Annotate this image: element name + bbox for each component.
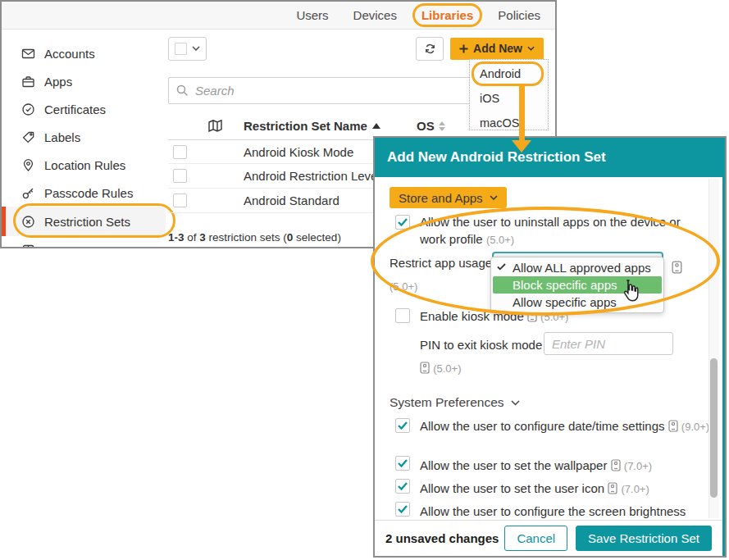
chevron-down-icon bbox=[511, 400, 520, 406]
refresh-icon bbox=[424, 43, 436, 55]
menu-item-macos[interactable]: macOS bbox=[470, 114, 548, 132]
save-restriction-set-button[interactable]: Save Restriction Set bbox=[576, 526, 712, 551]
device-icon bbox=[608, 482, 617, 494]
restrict-app-usage-options: Allow ALL approved apps Block specific a… bbox=[490, 257, 664, 313]
modal-edge-accent bbox=[722, 138, 725, 556]
row-checkbox[interactable] bbox=[173, 145, 187, 159]
row-checkbox[interactable] bbox=[173, 193, 187, 207]
list-toolbar: Add New bbox=[168, 36, 544, 61]
checkmark-icon bbox=[398, 505, 408, 513]
active-item-indicator bbox=[2, 207, 6, 236]
nav-policies[interactable]: Policies bbox=[498, 8, 540, 22]
brightness-label: Allow the user to configure the screen b… bbox=[420, 503, 712, 520]
search-icon bbox=[176, 84, 189, 97]
tag-icon bbox=[21, 130, 35, 144]
pin-exit-kiosk-label: PIN to exit kiosk mode bbox=[420, 338, 542, 352]
uninstall-apps-label: Allow the user to uninstall apps on the … bbox=[420, 213, 705, 248]
wallpaper-checkbox[interactable] bbox=[395, 456, 410, 471]
brightness-checkbox[interactable] bbox=[395, 502, 410, 517]
option-allow-specific[interactable]: Allow specific apps bbox=[493, 294, 662, 311]
chevron-down-icon bbox=[490, 195, 498, 200]
os-version-note: (7.0+) bbox=[624, 460, 652, 472]
select-all-dropdown[interactable] bbox=[168, 37, 207, 61]
nav-libraries[interactable]: Libraries bbox=[421, 8, 473, 22]
checkmark-icon bbox=[398, 482, 408, 490]
pagination-summary: 1-3 of 3 restriction sets (0 selected) bbox=[168, 231, 341, 244]
menu-item-ios[interactable]: iOS bbox=[470, 89, 548, 107]
modal-title-bar: Add New Android Restriction Set bbox=[375, 138, 725, 177]
os-version-note: (5.0+) bbox=[390, 280, 417, 293]
device-icon bbox=[611, 459, 621, 471]
system-preferences-section[interactable]: System Preferences bbox=[390, 395, 520, 410]
sidebar: Accounts Apps Certificates Labels Locati… bbox=[2, 30, 166, 247]
clipped-item-icon bbox=[21, 244, 35, 249]
device-icon bbox=[420, 362, 430, 374]
add-new-button[interactable]: Add New bbox=[450, 38, 544, 60]
sort-ascending-icon bbox=[372, 123, 380, 129]
sidebar-item-accounts[interactable]: Accounts bbox=[2, 39, 166, 67]
pin-input[interactable] bbox=[544, 332, 673, 355]
plus-icon bbox=[459, 44, 468, 53]
chevron-down-icon bbox=[527, 46, 535, 51]
sidebar-item-location-rules[interactable]: Location Rules bbox=[2, 151, 166, 179]
chevron-down-icon bbox=[192, 46, 200, 51]
datetime-checkbox[interactable] bbox=[395, 418, 410, 433]
nav-devices[interactable]: Devices bbox=[353, 8, 397, 22]
wallpaper-label: Allow the user to set the wallpaper (7.0… bbox=[420, 457, 712, 475]
top-navigation: Users Devices Libraries Policies bbox=[2, 2, 555, 30]
apps-box-icon bbox=[21, 75, 35, 89]
screenshot-stage: Users Devices Libraries Policies Account… bbox=[0, 0, 729, 560]
envelope-icon bbox=[21, 47, 35, 61]
os-version-note: (5.0+) bbox=[486, 234, 514, 246]
location-pin-icon bbox=[21, 158, 35, 172]
sidebar-item-passcode-rules[interactable]: Passcode Rules bbox=[2, 179, 166, 207]
column-header-os[interactable]: OS bbox=[417, 119, 445, 133]
sort-icon bbox=[439, 121, 445, 131]
checkmark-icon bbox=[398, 459, 408, 467]
refresh-button[interactable] bbox=[416, 37, 444, 61]
row-checkbox[interactable] bbox=[173, 169, 187, 183]
add-restriction-modal: Add New Android Restriction Set Store an… bbox=[373, 136, 727, 558]
checkmark-icon bbox=[398, 421, 408, 430]
os-version-note: (7.0+) bbox=[621, 483, 649, 495]
selected-check-icon bbox=[497, 263, 506, 271]
sidebar-item-partial[interactable] bbox=[2, 236, 166, 248]
sidebar-item-apps[interactable]: Apps bbox=[2, 67, 166, 95]
modal-body: Store and Apps Allow the user to uninsta… bbox=[375, 177, 722, 520]
restrict-app-usage-label: Restrict app usage bbox=[390, 256, 492, 270]
option-block-specific[interactable]: Block specific apps bbox=[493, 276, 662, 294]
uninstall-apps-checkbox[interactable] bbox=[395, 215, 410, 230]
nav-users[interactable]: Users bbox=[296, 8, 328, 22]
restriction-circle-icon bbox=[21, 215, 35, 229]
certificate-seal-icon bbox=[21, 102, 35, 116]
user-icon-checkbox[interactable] bbox=[395, 479, 410, 494]
user-icon-label: Allow the user to set the user icon (7.0… bbox=[420, 480, 712, 498]
pin-version-note: (5.0+) bbox=[420, 361, 462, 375]
checkmark-icon bbox=[398, 218, 408, 226]
select-all-checkbox[interactable] bbox=[175, 43, 187, 55]
datetime-label: Allow the user to configure date/time se… bbox=[420, 417, 712, 435]
modal-title: Add New Android Restriction Set bbox=[387, 149, 606, 166]
sidebar-item-certificates[interactable]: Certificates bbox=[2, 95, 166, 123]
unsaved-changes-status: 2 unsaved changes bbox=[385, 531, 499, 545]
device-icon bbox=[668, 420, 678, 432]
sidebar-item-restriction-sets[interactable]: Restriction Sets bbox=[2, 207, 166, 236]
platform-map-icon bbox=[207, 119, 223, 133]
os-version-note: (9.0+) bbox=[681, 421, 709, 433]
column-header-name[interactable]: Restriction Set Name bbox=[244, 119, 380, 133]
enable-kiosk-checkbox[interactable] bbox=[395, 308, 410, 323]
menu-item-android[interactable]: Android bbox=[470, 65, 548, 83]
device-icon bbox=[672, 261, 682, 274]
modal-footer: 2 unsaved changes Cancel Save Restrictio… bbox=[375, 520, 722, 556]
cancel-button[interactable]: Cancel bbox=[504, 526, 567, 551]
add-new-menu: Android iOS macOS bbox=[469, 59, 549, 130]
option-allow-all-approved[interactable]: Allow ALL approved apps bbox=[493, 259, 662, 276]
scrollbar-thumb[interactable] bbox=[710, 358, 718, 498]
sidebar-item-labels[interactable]: Labels bbox=[2, 123, 166, 151]
store-and-apps-section-button[interactable]: Store and Apps bbox=[390, 187, 507, 208]
key-icon bbox=[21, 186, 35, 200]
